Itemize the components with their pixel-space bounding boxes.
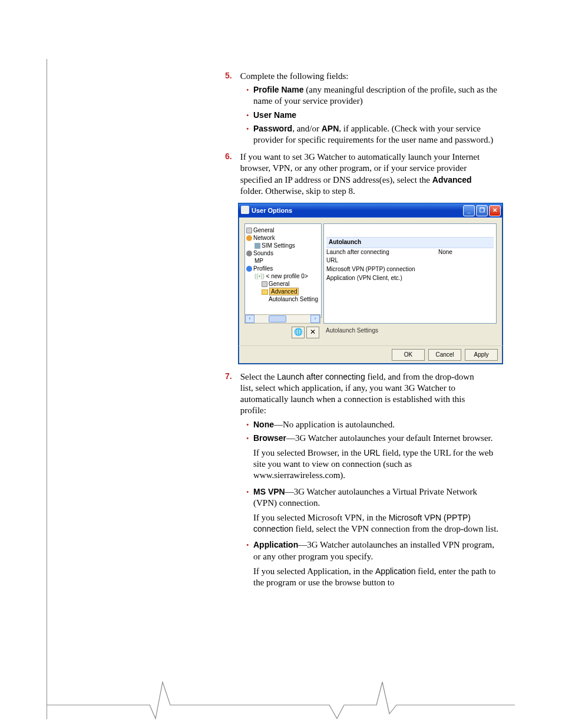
step-6-text-2: folder. Otherwise, skip to step 8. [240, 186, 355, 196]
left-margin-rule [47, 59, 47, 719]
step-5-sublist: Profile Name (any meaningful description… [246, 84, 502, 146]
tree-toolbar: 🌐 ✕ Autolaunch Settings [244, 326, 497, 339]
tree-item-sounds[interactable]: Sounds [246, 249, 320, 257]
step-5-item-profile-name: Profile Name (any meaningful description… [246, 84, 502, 107]
prop-key-launch-after: Launch after connecting [326, 249, 438, 256]
prop-key-application: Application (VPN Client, etc.) [326, 275, 438, 282]
prop-row-msvpn[interactable]: Microsoft VPN (PPTP) connection [324, 265, 496, 274]
step-7-item-browser: Browser—3G Watcher autolaunches your def… [246, 433, 502, 482]
tree-item-general[interactable]: General [246, 226, 320, 234]
footer-waveform-decoration [47, 678, 515, 720]
toolbar-new-button[interactable]: 🌐 [292, 327, 305, 338]
speaker-icon [246, 251, 252, 256]
label-profile-name: Profile Name [253, 85, 304, 94]
scroll-left-button[interactable]: ‹ [245, 315, 254, 323]
maximize-button[interactable]: ❐ [476, 205, 488, 216]
step-7-body: Select the Launch after connecting field… [240, 371, 487, 417]
dialog-title: User Options [252, 207, 292, 214]
tree-item-profile-general[interactable]: General [246, 280, 320, 288]
page-icon [262, 281, 267, 287]
x-icon: ✕ [310, 328, 316, 337]
tree-item-sim-settings[interactable]: SIM Settings [246, 242, 320, 249]
browser-subtext: If you selected Browser, in the URL fiel… [253, 447, 502, 482]
text-msvpn-desc: —3G Watcher autolaunches a Virtual Priva… [253, 487, 477, 508]
label-user-name: User Name [253, 110, 296, 120]
step-7-text-1: Select the [240, 372, 277, 381]
tree-selected-label: Advanced [269, 288, 299, 295]
label-apn: APN [322, 124, 339, 133]
prop-val-launch-after[interactable]: None [438, 249, 452, 256]
ok-button[interactable]: OK [392, 349, 425, 361]
label-msvpn: MS VPN [253, 487, 285, 496]
step-7-number: 7. [225, 371, 238, 382]
label-password: Password [253, 124, 292, 133]
close-button[interactable]: ✕ [489, 205, 501, 216]
app-sub-1: If you selected Application, in the [253, 566, 375, 576]
globe-icon [246, 266, 252, 272]
prop-key-msvpn: Microsoft VPN (PPTP) connection [326, 266, 438, 274]
tree-item-network[interactable]: Network [246, 234, 320, 242]
step-5: 5. Complete the following fields: [238, 71, 502, 82]
step-6-number: 6. [225, 151, 238, 162]
step-5-item-user-name: User Name [246, 110, 502, 121]
toolbar-delete-button[interactable]: ✕ [306, 327, 319, 338]
label-advanced: Advanced [432, 175, 472, 185]
antenna-icon: ((•)) [254, 273, 265, 279]
label-browser: Browser [253, 433, 286, 443]
dialog-titlebar[interactable]: User Options _ ❐ ✕ [239, 203, 503, 218]
scroll-track[interactable] [254, 315, 310, 322]
cancel-button[interactable]: Cancel [428, 349, 461, 361]
user-options-dialog: User Options _ ❐ ✕ General Network SIM S… [238, 203, 503, 364]
document-body: 5. Complete the following fields: Profil… [238, 71, 502, 594]
apply-button[interactable]: Apply [465, 349, 498, 361]
step-7-item-application: Application—3G Watcher autolaunches an i… [246, 539, 502, 588]
text-browser-desc: —3G Watcher autolaunches your default In… [286, 433, 492, 443]
msvpn-subtext: If you selected Microsoft VPN, in the Mi… [253, 512, 502, 535]
msvpn-sub-1: If you selected Microsoft VPN, in the [253, 513, 389, 522]
field-url: URL [363, 448, 380, 457]
step-7: 7. Select the Launch after connecting fi… [238, 371, 502, 417]
prop-row-application[interactable]: Application (VPN Client, etc.) [324, 274, 496, 283]
scroll-right-button[interactable]: › [310, 315, 320, 323]
globe-small-icon: 🌐 [294, 328, 303, 337]
group-autolaunch: Autolaunch [326, 237, 494, 248]
tree-item-advanced[interactable]: Advanced [246, 288, 320, 295]
tree-item-autolaunch-setting[interactable]: Autolaunch Setting [246, 295, 320, 303]
tree-item-profiles[interactable]: Profiles [246, 265, 320, 272]
prop-row-launch-after[interactable]: Launch after connecting None [324, 248, 496, 257]
field-launch-after-connecting: Launch after connecting [277, 372, 365, 381]
sim-icon [254, 243, 260, 249]
label-application: Application [253, 540, 298, 549]
tree-item-mp[interactable]: MP [246, 257, 320, 265]
step-5-number: 5. [225, 71, 238, 81]
label-none: None [253, 420, 274, 429]
text-andor: , and/or [292, 124, 322, 133]
prop-key-url: URL [326, 257, 438, 265]
application-subtext: If you selected Application, in the Appl… [253, 566, 502, 588]
step-5-item-password-apn: Password, and/or APN, if applicable. (Ch… [246, 123, 502, 146]
property-grid: Autolaunch Launch after connecting None … [323, 223, 497, 324]
tree-item-new-profile[interactable]: ((•)) < new profile 0> [246, 272, 320, 280]
scroll-thumb[interactable] [269, 315, 286, 322]
field-application: Application [375, 566, 416, 576]
step-7-item-none: None—No application is autolaunched. [246, 419, 502, 430]
dialog-footer: OK Cancel Apply [239, 345, 503, 364]
step-5-text: Complete the following fields: [240, 71, 487, 82]
step-6: 6. If you want to set 3G Watcher to auto… [238, 151, 502, 197]
description-area: Autolaunch Settings [323, 325, 497, 339]
step-6-body: If you want to set 3G Watcher to automat… [240, 151, 487, 197]
prop-row-url[interactable]: URL [324, 256, 496, 265]
msvpn-sub-2: field, select the VPN connection from th… [293, 524, 498, 533]
minimize-button[interactable]: _ [463, 205, 475, 216]
window-controls: _ ❐ ✕ [463, 205, 501, 216]
step-7-item-msvpn: MS VPN—3G Watcher autolaunches a Virtual… [246, 486, 502, 535]
browser-sub-1: If you selected Browser, in the [253, 448, 363, 457]
tree-h-scrollbar[interactable]: ‹ › [244, 314, 320, 324]
folder-open-icon [262, 289, 268, 295]
dialog-app-icon [241, 206, 249, 214]
page-icon [246, 228, 252, 233]
options-tree[interactable]: General Network SIM Settings Sounds MP P… [244, 223, 322, 318]
network-icon [246, 235, 252, 241]
text-none-desc: —No application is autolaunched. [274, 420, 395, 429]
step-7-sublist: None—No application is autolaunched. Bro… [246, 419, 502, 588]
